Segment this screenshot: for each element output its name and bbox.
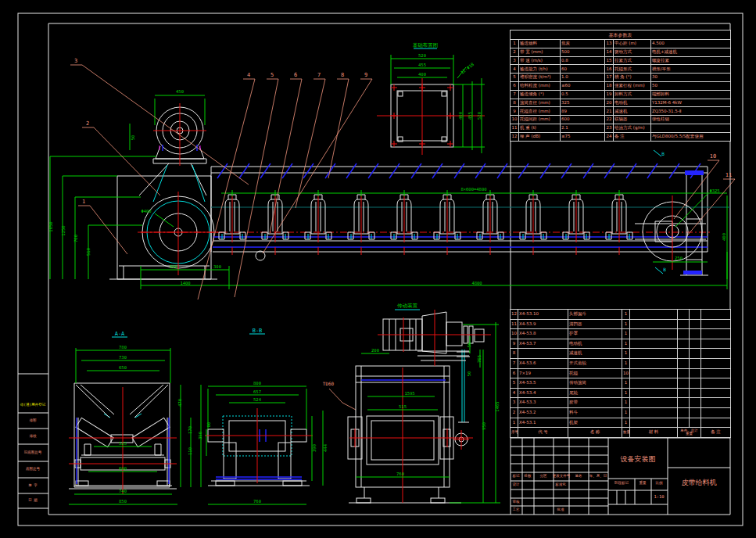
annotation-label: 740	[119, 490, 127, 494]
annotation-label: 520	[478, 112, 482, 120]
bom-row: 5X4-53.5传动滚筒1	[511, 378, 731, 389]
annotation-label: 皮带给料机	[682, 479, 717, 486]
annotation-label: 170	[188, 426, 193, 434]
margin-strip-lines	[18, 374, 48, 508]
parameter-row: 9托辊直径 (mm)8921减速机ZQ350-31.5-Ⅱ	[511, 107, 731, 116]
annotation-label: 分区	[540, 475, 547, 479]
annotation-label: 800	[170, 265, 177, 270]
annotation-label: 8×600=4800	[460, 188, 486, 192]
parameter-table-title: 基本参数表	[511, 30, 731, 40]
annotation-label: 1	[82, 199, 85, 205]
annotation-label: B	[661, 152, 665, 156]
annotation-label: 描校	[30, 435, 37, 439]
bom-header-row: 序号 代 号 名 称 数量 材 料 单件总计 重量 备 注	[511, 428, 731, 438]
annotation-label: 524	[253, 398, 261, 403]
annotation-label: 传动装置	[397, 303, 417, 309]
annotation-label: 批准	[557, 508, 564, 512]
annotation-label: 1595	[404, 392, 414, 396]
annotation-label: 300	[213, 265, 221, 270]
annotation-label: 签 字	[28, 484, 38, 488]
annotation-label: 650	[119, 366, 127, 371]
annotation-label: 6	[294, 73, 297, 78]
parameter-row: 8滚筒直径 (mm)32520电动机Y132M-6 4kW	[511, 99, 731, 107]
parameter-row: 3带 速 (m/s)0.815拉紧方式螺旋拉紧	[511, 56, 731, 65]
annotation-label: B-B	[253, 328, 263, 334]
annotation-label: 审核	[513, 500, 520, 504]
annotation-label: 80	[207, 422, 212, 428]
parameter-table: 基本参数表 1输送物料焦炭13中心距 (m)4.5002带 宽 (mm)5001…	[510, 30, 731, 142]
bom-row: 1X4-53.1机架1	[511, 418, 731, 428]
annotation-label: 7	[317, 73, 321, 78]
annotation-label: 4800	[471, 282, 482, 286]
section-aa-view	[69, 337, 201, 504]
annotation-label: 765	[478, 355, 482, 363]
annotation-label: 旧底图总号	[24, 451, 42, 455]
annotation-label: 年、月、日	[589, 475, 607, 479]
bom-row: 3X4-53.3胶带1	[511, 398, 731, 408]
annotation-label: 250	[675, 256, 683, 261]
parameter-row: 10托辊间距 (mm)60022联轴器弹性柱销	[511, 116, 731, 124]
annotation-label: 借(通)用件登记	[20, 404, 45, 407]
cad-drawing-canvas: 基本参数表 1输送物料焦炭13中心距 (m)4.5002带 宽 (mm)5001…	[0, 0, 756, 538]
parameter-row: 12噪 声 (dB)≤7524备 注与GLD800/5.5/S配套使用	[511, 132, 731, 141]
annotation-label: 520	[418, 54, 426, 59]
annotation-label: 450	[176, 90, 184, 95]
parameter-row: 2带 宽 (mm)50014驱动方式电机+减速机	[511, 48, 731, 56]
annotation-label: 200	[371, 349, 379, 353]
annotation-label: 1400	[180, 282, 190, 286]
annotation-label: 510	[87, 248, 91, 256]
annotation-label: 4	[247, 73, 250, 78]
annotation-label: 730	[119, 356, 127, 360]
bom-row: 11X4-53.9清扫器1	[511, 319, 731, 329]
annotation-label: 455	[418, 63, 426, 68]
annotation-label: 950	[482, 422, 487, 430]
annotation-label: 2	[86, 121, 89, 127]
annotation-label: 110	[188, 447, 193, 455]
annotation-label: 600	[119, 467, 127, 472]
parameter-row: 4输送能力 (t/h)6016托辊形式槽形/平形	[511, 65, 731, 74]
bom-row: 8减速机1	[511, 349, 731, 359]
bom-row: 4X4-53.4尾轮1	[511, 388, 731, 398]
annotation-label: 描图	[30, 419, 37, 423]
annotation-label: 455	[468, 112, 473, 120]
annotation-label: B	[663, 267, 666, 272]
annotation-label: 657	[253, 390, 261, 395]
annotation-label: 525	[119, 442, 127, 447]
bom-row: 10X4-53.8护罩1	[511, 329, 731, 339]
parameter-row: 7输送倾角 (°)0.519卸料方式端部卸料	[511, 90, 731, 99]
annotation-label: 签名	[575, 475, 582, 479]
annotation-label: 760	[396, 472, 404, 477]
annotation-label: TD60	[323, 382, 334, 386]
bom-row: 7X4-53.6开式齿轮1	[511, 358, 731, 368]
annotation-label: Φ400	[141, 210, 151, 214]
annotation-label: 50	[468, 371, 472, 377]
annotation-label: 日 期	[28, 499, 38, 503]
bom-row: 2X4-53.2料斗1	[511, 407, 731, 418]
annotation-label: 1:10	[654, 495, 664, 500]
annotation-label: 390	[199, 432, 203, 439]
bom-row: 9X4-53.7电动机1	[511, 339, 731, 349]
annotation-label: 10	[710, 154, 716, 160]
annotation-label: 3	[74, 59, 77, 64]
parameter-table-body: 1输送物料焦炭13中心距 (m)4.5002带 宽 (mm)50014驱动方式电…	[511, 40, 731, 142]
annotation-label: 处数	[525, 475, 532, 479]
parameter-row: 11机 重 (t)2.123给油方式 (g/m)	[511, 124, 731, 132]
annotation-label: 50	[131, 135, 136, 141]
parameter-row: 6给料粒度 (mm)≤6018张紧行程 (mm)50	[511, 81, 731, 90]
bom-row: 67×19托辊10	[511, 368, 731, 378]
annotation-label: 5	[271, 73, 274, 78]
annotation-label: 1650	[49, 221, 54, 231]
bom-row: 12X4-53.10头部漏斗1	[511, 310, 731, 320]
annotation-label: Φ325	[709, 189, 719, 194]
annotation-label: 阶段标记	[614, 482, 629, 486]
annotation-label: 444	[324, 444, 328, 452]
bom-table-body: 12X4-53.10头部漏斗111X4-53.9清扫器110X4-53.8护罩1…	[511, 310, 731, 428]
section-bb-view	[205, 334, 323, 504]
annotation-label: 400	[459, 112, 464, 120]
parameter-row: 1输送物料焦炭13中心距 (m)4.500	[511, 40, 731, 48]
annotation-label: 设计	[513, 483, 520, 487]
bom-table: 12X4-53.10头部漏斗111X4-53.9清扫器110X4-53.8护罩1…	[510, 309, 731, 438]
drive-unit-view	[348, 310, 500, 503]
annotation-label: A-A	[115, 332, 125, 337]
annotation-label: 850	[119, 500, 127, 504]
